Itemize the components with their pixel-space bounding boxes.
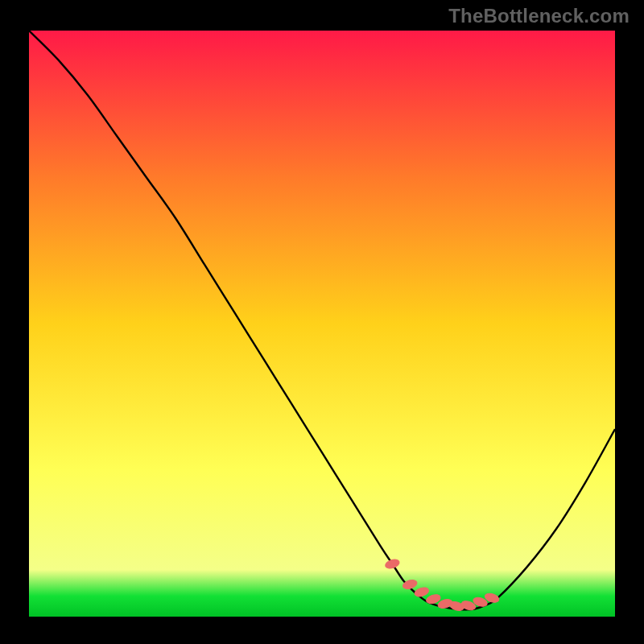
chart-container: TheBottleneck.com bbox=[0, 0, 644, 644]
chart-svg bbox=[29, 31, 615, 617]
watermark-text: TheBottleneck.com bbox=[448, 5, 630, 27]
gradient-background bbox=[29, 31, 615, 617]
plot-area bbox=[29, 31, 615, 617]
